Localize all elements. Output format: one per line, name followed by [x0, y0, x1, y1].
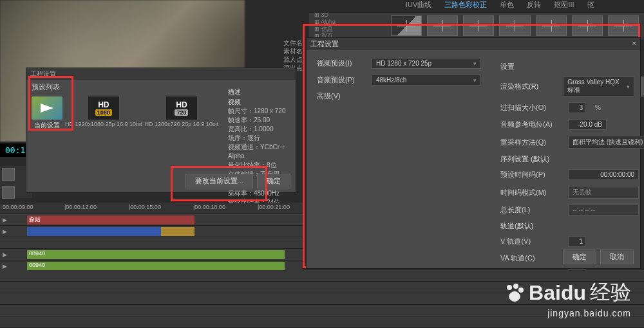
- timeline-track-audio[interactable]: ▶ 00940: [0, 249, 303, 260]
- dialog-left-column: 视频预设(I) HD 1280 x 720 25p 音频预设(P) 48kHz/…: [317, 58, 481, 305]
- tab-invert[interactable]: 反转: [527, 0, 541, 12]
- hd-badge-icon: HD1080: [88, 96, 119, 120]
- close-icon[interactable]: ×: [632, 39, 636, 49]
- highlight-edit-btn: [171, 166, 267, 201]
- detail-button[interactable]: 详细(D)...: [641, 77, 644, 96]
- resample-combo[interactable]: 面积平均法 (快速且锐利): [568, 136, 644, 149]
- preset-sub: HD 1280x720 25p 16:9 10bit: [145, 121, 219, 127]
- tab-iuv[interactable]: IUV曲线: [406, 0, 431, 12]
- dialog-right-column: 设置 渲染格式(R) Grass Valley HQX 标准 详细(D)... …: [500, 58, 644, 305]
- audio-clip[interactable]: 00940: [27, 250, 285, 259]
- section-sequence: 序列设置 (默认): [500, 154, 644, 164]
- svg-point-3: [518, 287, 524, 293]
- dialog-title: 工程设置: [310, 39, 339, 49]
- brand-suffix: 经验: [590, 278, 631, 307]
- ok-button[interactable]: 确定: [563, 250, 596, 264]
- svg-point-1: [507, 285, 512, 290]
- ref-level-field[interactable]: -20.0 dB: [568, 119, 607, 130]
- effect-tabs: IUV曲线 三路色彩校正 单色 反转 抠图III 抠: [309, 0, 644, 12]
- cancel-button[interactable]: 取消: [600, 250, 634, 264]
- watermark: Baidu 经验 jingyan.baidu.com: [504, 278, 631, 318]
- tab-key[interactable]: 抠: [587, 0, 594, 12]
- v-track-label: V 轨道(V): [500, 237, 562, 246]
- overscan-label: 过扫描大小(O): [500, 103, 562, 113]
- timeline-track-video[interactable]: ▶: [0, 226, 303, 237]
- tool-icon[interactable]: [2, 186, 15, 199]
- tab-key3[interactable]: 抠图III: [554, 0, 574, 12]
- svg-point-2: [513, 284, 518, 289]
- paw-icon: [504, 282, 525, 303]
- advanced-label[interactable]: 高级(V): [317, 91, 365, 101]
- percent-suffix: %: [595, 104, 601, 111]
- render-format-combo[interactable]: Grass Valley HQX 标准: [563, 77, 634, 96]
- overscan-field[interactable]: 3: [568, 102, 586, 113]
- section-settings: 设置: [500, 62, 644, 71]
- tab-3way-cc[interactable]: 三路色彩校正: [444, 0, 487, 12]
- video-preset-label: 视频预设(I): [317, 59, 365, 68]
- tab-mono[interactable]: 单色: [500, 0, 514, 12]
- title-clip[interactable]: 森姑: [27, 215, 194, 224]
- timeline-track-title[interactable]: ▶ 森姑: [0, 214, 303, 226]
- tool-icon[interactable]: [2, 168, 15, 181]
- video-clip[interactable]: [27, 227, 194, 236]
- preset-sub: HD 1920x1080 25p 16:9 10bit: [65, 121, 142, 127]
- video-preset-combo[interactable]: HD 1280 x 720 25p: [372, 58, 481, 69]
- ref-level-label: 音频参考电位(A): [500, 120, 562, 129]
- tc-preset-field[interactable]: 00:00:00:00: [568, 169, 639, 180]
- svg-point-4: [509, 292, 520, 301]
- preset-hd720[interactable]: HD720 HD 1280x720 25p 16:9 10bit: [145, 96, 219, 130]
- brand-text: Baidu: [529, 281, 586, 305]
- preset-hd1080[interactable]: HD1080 HD 1920x1080 25p 16:9 10bit: [65, 96, 142, 130]
- total-length-field: --:--:--:--: [568, 205, 639, 215]
- total-length-label: 总长度(L): [500, 205, 562, 215]
- va-track-label: VA 轨道(C): [500, 253, 562, 263]
- v-track-field[interactable]: 1: [568, 236, 586, 247]
- highlight-preset: [28, 76, 73, 131]
- audio-clip[interactable]: 00940: [27, 262, 285, 271]
- project-settings-dialog-large: 工程设置 × 视频预设(I) HD 1280 x 720 25p 音频预设(P)…: [306, 37, 641, 269]
- render-format-label: 渲染格式(R): [500, 82, 556, 91]
- resample-label: 重采样方法(Q): [500, 138, 562, 147]
- timeline-track[interactable]: [0, 237, 303, 249]
- tc-mode-label: 时间码模式(M): [500, 188, 562, 197]
- section-tracks: 轨道(默认): [500, 221, 644, 231]
- watermark-url: jingyan.baidu.com: [504, 308, 631, 318]
- audio-preset-combo[interactable]: 48kHz/8ch: [372, 75, 481, 86]
- tc-preset-label: 预设时间码(P): [500, 170, 562, 179]
- tc-mode-field: 无丢帧: [568, 186, 639, 199]
- audio-preset-label: 音频预设(P): [317, 75, 365, 85]
- timeline-ruler[interactable]: 00:00:09:00 |00:00:12:00 |00:00:15:00 |0…: [0, 203, 303, 214]
- hd-badge-icon: HD720: [166, 96, 197, 120]
